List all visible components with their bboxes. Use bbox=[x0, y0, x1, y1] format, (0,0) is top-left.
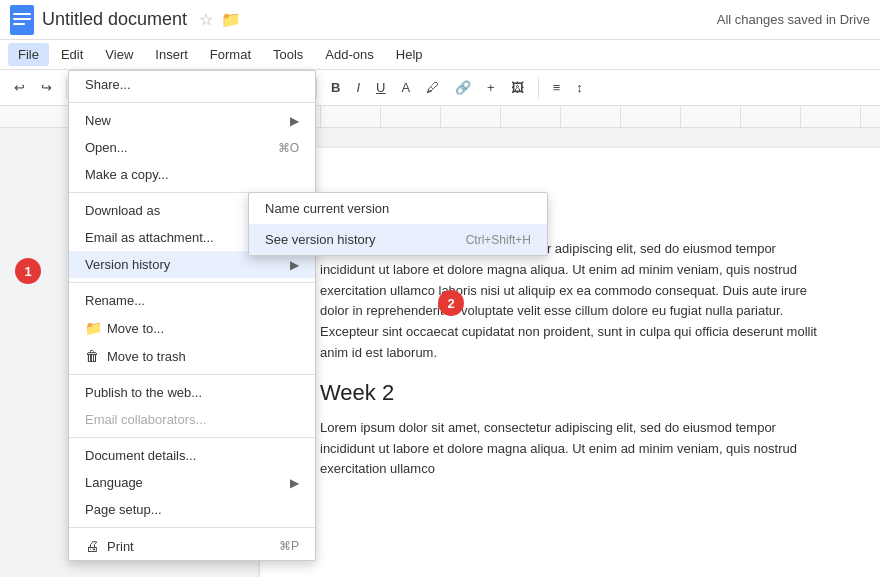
fm-version-arrow: ▶ bbox=[290, 258, 299, 272]
fm-publish[interactable]: Publish to the web... bbox=[69, 379, 315, 406]
fm-sep-6 bbox=[69, 527, 315, 528]
fm-rename[interactable]: Rename... bbox=[69, 287, 315, 314]
toolbar-separator-5 bbox=[538, 78, 539, 98]
link-button[interactable]: 🔗 bbox=[449, 76, 477, 99]
menu-format[interactable]: Format bbox=[200, 43, 261, 66]
undo-button[interactable]: ↩ bbox=[8, 76, 31, 99]
toolbar-separator-4 bbox=[316, 78, 317, 98]
vsub-see-version-shortcut: Ctrl+Shift+H bbox=[466, 233, 531, 247]
svg-rect-3 bbox=[13, 23, 25, 25]
paragraph-1: Lorem ipsum dolor sit amet, consectetur … bbox=[320, 239, 820, 364]
menu-file[interactable]: File bbox=[8, 43, 49, 66]
image-button[interactable]: 🖼 bbox=[505, 76, 530, 99]
fm-share[interactable]: Share... bbox=[69, 71, 315, 98]
trash-icon: 🗑 bbox=[85, 348, 103, 364]
menu-addons[interactable]: Add-ons bbox=[315, 43, 383, 66]
version-submenu: Name current version See version history… bbox=[248, 192, 548, 256]
fm-new[interactable]: New▶ bbox=[69, 107, 315, 134]
fm-open[interactable]: Open...⌘O bbox=[69, 134, 315, 161]
svg-rect-1 bbox=[13, 13, 31, 15]
menu-view[interactable]: View bbox=[95, 43, 143, 66]
title-bar: Untitled document ☆ 📁 All changes saved … bbox=[0, 0, 880, 40]
fm-language[interactable]: Language▶ bbox=[69, 469, 315, 496]
vsub-name-version[interactable]: Name current version bbox=[249, 193, 547, 224]
insert-button[interactable]: + bbox=[481, 76, 501, 99]
menu-edit[interactable]: Edit bbox=[51, 43, 93, 66]
vsub-see-version[interactable]: See version history Ctrl+Shift+H bbox=[249, 224, 547, 255]
menu-tools[interactable]: Tools bbox=[263, 43, 313, 66]
fm-sep-3 bbox=[69, 282, 315, 283]
align-button[interactable]: ≡ bbox=[547, 76, 567, 99]
fm-print[interactable]: 🖨 Print ⌘P bbox=[69, 532, 315, 560]
fm-docdetails[interactable]: Document details... bbox=[69, 442, 315, 469]
fm-new-arrow: ▶ bbox=[290, 114, 299, 128]
svg-rect-2 bbox=[13, 18, 31, 20]
italic-button[interactable]: I bbox=[350, 76, 366, 99]
menu-bar: File Edit View Insert Format Tools Add-o… bbox=[0, 40, 880, 70]
file-menu: Share... New▶ Open...⌘O Make a copy... D… bbox=[68, 70, 316, 561]
line-spacing-button[interactable]: ↕ bbox=[570, 76, 589, 99]
highlight-button[interactable]: 🖊 bbox=[420, 76, 445, 99]
redo-button[interactable]: ↪ bbox=[35, 76, 58, 99]
print-icon: 🖨 bbox=[85, 538, 103, 554]
underline-button[interactable]: U bbox=[370, 76, 391, 99]
fm-language-arrow: ▶ bbox=[290, 476, 299, 490]
paragraph-2: Lorem ipsum dolor sit amet, consectetur … bbox=[320, 418, 820, 480]
menu-help[interactable]: Help bbox=[386, 43, 433, 66]
annotation-badge-1: 1 bbox=[15, 258, 41, 284]
toolbar-separator-1 bbox=[66, 78, 67, 98]
heading-2: Week 2 bbox=[320, 380, 820, 406]
document-title[interactable]: Untitled document bbox=[42, 9, 187, 30]
bold-button[interactable]: B bbox=[325, 76, 346, 99]
fm-collab: Email collaborators... bbox=[69, 406, 315, 433]
annotation-badge-2: 2 bbox=[438, 290, 464, 316]
menu-insert[interactable]: Insert bbox=[145, 43, 198, 66]
folder-icon[interactable]: 📁 bbox=[221, 10, 241, 29]
text-color-button[interactable]: A bbox=[395, 76, 416, 99]
fm-sep-4 bbox=[69, 374, 315, 375]
saved-status: All changes saved in Drive bbox=[717, 12, 870, 27]
fm-sep-1 bbox=[69, 102, 315, 103]
folder-small-icon: 📁 bbox=[85, 320, 103, 336]
fm-trash[interactable]: 🗑 Move to trash bbox=[69, 342, 315, 370]
fm-pagesetup[interactable]: Page setup... bbox=[69, 496, 315, 523]
fm-copy[interactable]: Make a copy... bbox=[69, 161, 315, 188]
ruler-inner bbox=[260, 106, 880, 127]
doc-icon bbox=[10, 5, 34, 35]
fm-sep-5 bbox=[69, 437, 315, 438]
fm-moveto[interactable]: 📁 Move to... bbox=[69, 314, 315, 342]
star-icon[interactable]: ☆ bbox=[199, 10, 213, 29]
